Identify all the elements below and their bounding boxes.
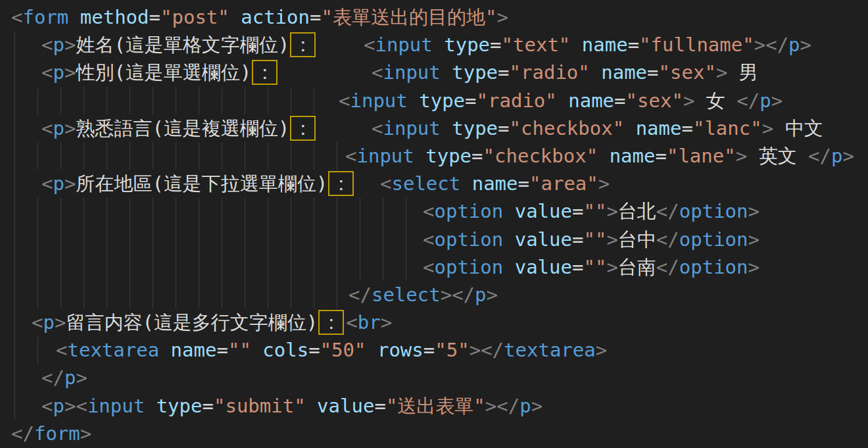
indent-guide — [222, 253, 222, 281]
unicode-highlight-colon: ： — [328, 171, 354, 196]
indent-guide — [107, 281, 107, 309]
code-segment: <p>留言内容(這是多行文字欄位)：<br> — [32, 309, 392, 336]
indent-guide — [176, 253, 176, 281]
indent-guide — [130, 87, 130, 114]
indent-guide — [37, 226, 38, 253]
string-token: "lane" — [667, 145, 736, 167]
string-token: "area" — [529, 172, 598, 195]
indent-guide — [37, 253, 38, 281]
punctuation-token: > — [762, 117, 773, 139]
indent-guide — [383, 197, 383, 225]
code-segment: <textarea name="" cols="50" rows="5"></t… — [56, 336, 607, 364]
punctuation-token: > — [606, 200, 617, 222]
indent-guide — [37, 336, 38, 364]
equals-token: = — [216, 339, 228, 361]
text-content-token: 男 — [727, 61, 758, 84]
indent-guide — [130, 142, 130, 170]
indent-guide — [14, 364, 15, 391]
equals-token: = — [614, 89, 625, 112]
indent-guide — [84, 253, 84, 281]
indent-guide — [291, 253, 291, 281]
attribute-name-token: value — [503, 200, 572, 222]
punctuation-token: </ — [656, 200, 679, 222]
code-segment: <p>性別(這是單選欄位)： — [41, 59, 279, 86]
punctuation-token: > — [64, 34, 76, 56]
punctuation-token: > — [748, 200, 760, 222]
equals-token: = — [149, 6, 160, 28]
indent-guide — [291, 281, 291, 309]
indent-guide — [37, 142, 38, 170]
indent-guide — [84, 226, 84, 253]
punctuation-token: < — [41, 395, 53, 417]
indent-guide — [245, 197, 245, 225]
indent-guide — [268, 87, 268, 114]
equals-token: = — [655, 145, 666, 167]
punctuation-token: > — [606, 228, 617, 251]
indent-guide — [60, 281, 61, 309]
indent-guide — [291, 142, 291, 170]
text-content-token: 性別(這是單選欄位) — [76, 61, 251, 84]
indent-guide — [176, 281, 176, 309]
string-token: "表單送出的目的地" — [321, 6, 496, 28]
text-content-token: 台南 — [618, 256, 656, 278]
indent-guide — [84, 197, 84, 225]
indent-guide — [337, 281, 337, 309]
code-line: <option value="">台北</option> — [0, 197, 868, 225]
indent-guide — [245, 87, 245, 114]
indent-guide — [268, 253, 268, 281]
attribute-name-token: value — [503, 256, 572, 278]
equals-token: = — [572, 228, 583, 251]
indent-guide — [84, 281, 84, 309]
indent-guide — [360, 253, 360, 281]
indent-guide — [130, 253, 130, 281]
indent-guide — [268, 197, 268, 225]
indent-guide — [107, 142, 107, 170]
punctuation-token: </ — [452, 284, 475, 306]
code-segment: <form method="post" action="表單送出的目的地"> — [11, 3, 508, 31]
punctuation-token: < — [32, 311, 43, 334]
indent-guide — [107, 253, 107, 281]
equals-token: = — [308, 339, 320, 361]
tag-name-token: option — [679, 200, 748, 222]
text-content-token: 女 — [694, 89, 736, 112]
string-token: "5" — [435, 339, 469, 361]
indent-guide — [268, 281, 268, 309]
attribute-name-token: type — [441, 61, 498, 84]
string-token: "checkbox" — [483, 145, 598, 167]
equals-token: = — [518, 172, 529, 195]
code-line: <textarea name="" cols="50" rows="5"></t… — [0, 336, 868, 364]
equals-token: = — [572, 256, 583, 278]
code-segment: <option value="">台北</option> — [423, 197, 760, 225]
attribute-name-token: value — [503, 228, 572, 251]
indent-guide — [222, 87, 222, 114]
indent-guide — [245, 226, 245, 253]
punctuation-token: > — [76, 366, 87, 389]
code-editor[interactable]: <form method="post" action="表單送出的目的地"><p… — [0, 0, 868, 448]
punctuation-token: > — [470, 339, 481, 361]
code-segment: <p>所在地區(這是下拉選單欄位)： — [41, 170, 356, 197]
punctuation-token: > — [683, 89, 694, 112]
indent-guide — [60, 142, 61, 170]
tag-name-token: option — [679, 256, 748, 278]
tag-name-token: br — [358, 311, 381, 334]
attribute-name-token: rows — [366, 339, 423, 361]
punctuation-token: </ — [656, 228, 679, 251]
punctuation-token: < — [76, 395, 87, 417]
punctuation-token: </ — [41, 366, 64, 389]
tag-name-token: p — [64, 366, 76, 389]
code-segment: <input type="checkbox" name="lanc"> 中文 — [372, 114, 823, 142]
punctuation-token: > — [716, 61, 727, 84]
indent-guide — [360, 197, 360, 225]
indent-guide — [268, 226, 268, 253]
equals-token: = — [203, 395, 214, 417]
punctuation-token: < — [372, 61, 383, 84]
attribute-name-token: type — [408, 89, 465, 112]
indent-guide — [337, 253, 337, 281]
indent-guide — [406, 253, 406, 281]
punctuation-token: > — [606, 256, 617, 278]
tag-name-token: form — [22, 6, 68, 28]
equals-token: = — [465, 89, 476, 112]
indent-guide — [130, 226, 130, 253]
code-segment: <input type="radio" name="sex"> 男 — [372, 59, 758, 86]
code-segment: <input type="text" name="fullname"></p> — [364, 31, 811, 59]
